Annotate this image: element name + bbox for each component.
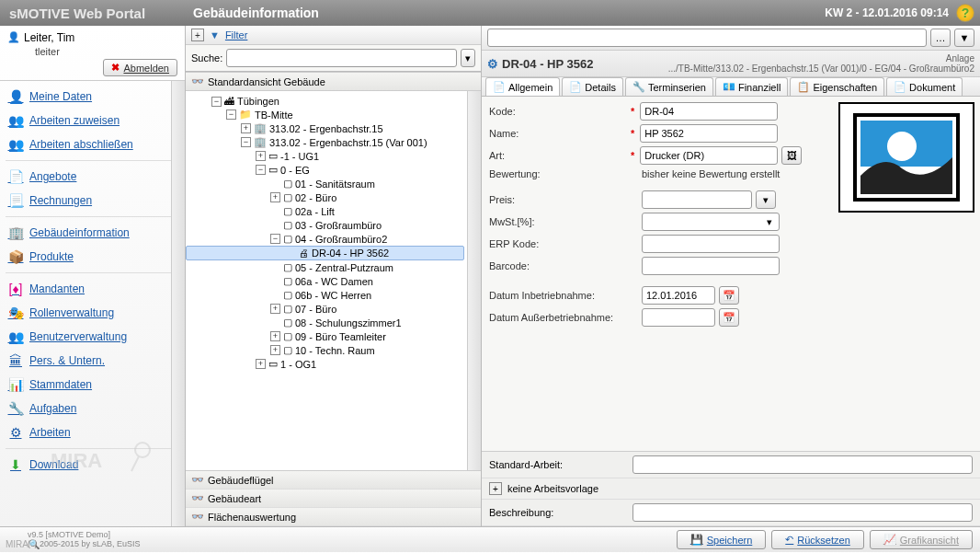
mwst-input[interactable] (642, 213, 780, 231)
preis-input[interactable] (642, 190, 752, 209)
nav-arbeiten-zuweisen[interactable]: 👥Arbeiten zuweisen (0, 109, 185, 132)
expand-icon[interactable]: + (241, 123, 251, 133)
tab-allgemein[interactable]: 📄Allgemein (485, 77, 560, 96)
name-input[interactable] (640, 124, 778, 143)
tree-node-02[interactable]: +▢02 - Büro (186, 190, 481, 204)
reset-button[interactable]: ↶Rücksetzen (771, 530, 863, 549)
art-input[interactable] (640, 146, 778, 165)
image-placeholder[interactable] (838, 102, 974, 213)
help-icon[interactable]: ? (956, 4, 974, 22)
tree-footer-fluegel[interactable]: 👓Gebäudeflügel (186, 471, 481, 490)
tab-details[interactable]: 📄Details (562, 77, 623, 96)
tree-node-05[interactable]: ▢05 - Zentral-Putzraum (186, 260, 481, 274)
filter-toggle-button[interactable]: ▼ (954, 29, 974, 47)
collapse-icon[interactable]: − (256, 165, 266, 175)
nav-mandanten[interactable]: [♦]Mandanten (0, 277, 185, 301)
expand-icon[interactable]: + (270, 192, 280, 202)
nav-arbeiten[interactable]: ⚙Arbeiten (0, 421, 185, 444)
tree-node-06a[interactable]: ▢06a - WC Damen (186, 274, 481, 288)
tree-footer-flaeche[interactable]: 👓Flächenauswertung (186, 508, 481, 526)
expand-icon[interactable]: + (270, 304, 280, 314)
kode-input[interactable] (640, 102, 778, 121)
device-icon: 🖨 (299, 248, 309, 259)
art-picker-button[interactable]: 🖼 (781, 146, 802, 165)
expand-icon[interactable]: + (489, 482, 502, 495)
collapse-icon[interactable]: − (211, 97, 222, 107)
expand-filter-button[interactable]: + (191, 29, 204, 41)
expand-icon[interactable]: + (270, 331, 280, 341)
tree-node-02a[interactable]: ▢02a - Lift (186, 204, 481, 218)
users-icon: 👥 (7, 329, 24, 344)
tree-node-09[interactable]: +▢09 - Büro Teamleiter (186, 329, 481, 343)
datum-ausser-label: Datum Außerbetriebnahme: (489, 312, 627, 323)
nav-angebote[interactable]: 📄Angebote (0, 165, 185, 189)
path-input[interactable] (487, 29, 927, 47)
panel-title: DR-04 - HP 3562 (502, 57, 593, 71)
beschreibung-input[interactable] (632, 503, 973, 522)
nav-aufgaben[interactable]: 🔧Aufgaben (0, 397, 185, 421)
nav-arbeiten-abschliessen[interactable]: 👥Arbeiten abschließen (0, 132, 185, 156)
nav-scrollbar[interactable] (171, 81, 185, 526)
datum-ausser-input[interactable] (642, 308, 715, 327)
nav-stammdaten[interactable]: 📊Stammdaten (0, 373, 185, 397)
tree-header[interactable]: 👓 Standardansicht Gebäude (186, 72, 481, 91)
tree-node-04[interactable]: −▢04 - Großraumbüro2 (186, 232, 481, 246)
tree-scrollbar[interactable] (467, 91, 481, 470)
collapse-icon[interactable]: − (226, 109, 236, 120)
tree-node-06b[interactable]: ▢06b - WC Herren (186, 288, 481, 302)
tree-node-dr04[interactable]: 🖨DR-04 - HP 3562 (186, 246, 464, 260)
tab-finanziell[interactable]: 💶Finanziell (715, 77, 788, 96)
mwst-dropdown-icon[interactable]: ▾ (767, 216, 772, 228)
nav-meine-daten[interactable]: 👤Meine Daten (0, 85, 185, 109)
calendar-button[interactable]: 📅 (719, 308, 739, 327)
nav-rechnungen[interactable]: 📃Rechnungen (0, 189, 185, 213)
std-arbeit-input[interactable] (632, 455, 973, 474)
tree-footer-art[interactable]: 👓Gebäudeart (186, 490, 481, 508)
tree-node-tbmitte[interactable]: −📁TB-Mitte (186, 108, 481, 121)
tree-node-08[interactable]: ▢08 - Schulungszimmer1 (186, 316, 481, 329)
barcode-input[interactable] (642, 257, 780, 275)
datum-inbetrieb-input[interactable] (642, 286, 715, 305)
erp-input[interactable] (642, 235, 780, 253)
nav-produkte[interactable]: 📦Produkte (0, 245, 185, 269)
tree-node-10[interactable]: +▢10 - Techn. Raum (186, 343, 481, 357)
expand-icon[interactable]: + (256, 359, 266, 369)
nav-pers-untern[interactable]: 🏛Pers. & Untern. (0, 349, 185, 373)
tree-node-03[interactable]: ▢03 - Großraumbüro (186, 218, 481, 232)
search-dropdown-icon[interactable]: ▾ (461, 49, 475, 67)
floor-icon: ▭ (268, 164, 278, 176)
nav-gebaeudeinformation[interactable]: 🏢Gebäudeinformation (0, 221, 185, 245)
preis-dropdown[interactable]: ▾ (756, 190, 776, 209)
nav-benutzerverwaltung[interactable]: 👥Benutzerverwaltung (0, 325, 185, 349)
tree-node-og1[interactable]: +▭1 - OG1 (186, 357, 481, 371)
wrench-icon: 🔧 (632, 81, 645, 93)
masterdata-icon: 📊 (7, 377, 24, 392)
roles-icon: 🎭 (7, 305, 24, 320)
tree-node-addr1[interactable]: +🏢313.02 - Ergenbachstr.15 (186, 121, 481, 135)
collapse-icon[interactable]: − (241, 137, 251, 147)
tree-node-eg[interactable]: −▭0 - EG (186, 163, 481, 177)
tab-terminserien[interactable]: 🔧Terminserien (625, 77, 713, 96)
tree-node-tuebingen[interactable]: −🏙Tübingen (186, 95, 481, 108)
ellipsis-button[interactable]: … (930, 29, 951, 47)
tab-dokument[interactable]: 📄Dokument (886, 77, 963, 96)
filter-link[interactable]: Filter (225, 29, 247, 40)
logout-button[interactable]: ✖Abmelden (103, 59, 177, 76)
tree-node-01[interactable]: ▢01 - Sanitätsraum (186, 177, 481, 190)
nav-download[interactable]: ⬇Download (0, 453, 185, 477)
tab-eigenschaften[interactable]: 📋Eigenschaften (790, 77, 884, 96)
expand-icon[interactable]: + (256, 151, 266, 161)
room-icon: ▢ (283, 303, 292, 315)
nav-rollenverwaltung[interactable]: 🎭Rollenverwaltung (0, 301, 185, 325)
grafik-button[interactable]: 📈Grafikansicht (870, 530, 973, 549)
room-icon: ▢ (283, 344, 292, 356)
calendar-button[interactable]: 📅 (719, 286, 739, 305)
search-input[interactable] (226, 49, 457, 67)
tree-node-ug1[interactable]: +▭-1 - UG1 (186, 149, 481, 163)
tree-node-07[interactable]: +▢07 - Büro (186, 302, 481, 316)
save-button[interactable]: 💾Speichern (677, 530, 767, 549)
collapse-icon[interactable]: − (270, 234, 280, 244)
expand-icon[interactable]: + (270, 345, 280, 355)
tree-node-addr2[interactable]: −🏢313.02 - Ergenbachstr.15 (Var 001) (186, 135, 481, 149)
doc-icon: 📄 (493, 81, 506, 93)
